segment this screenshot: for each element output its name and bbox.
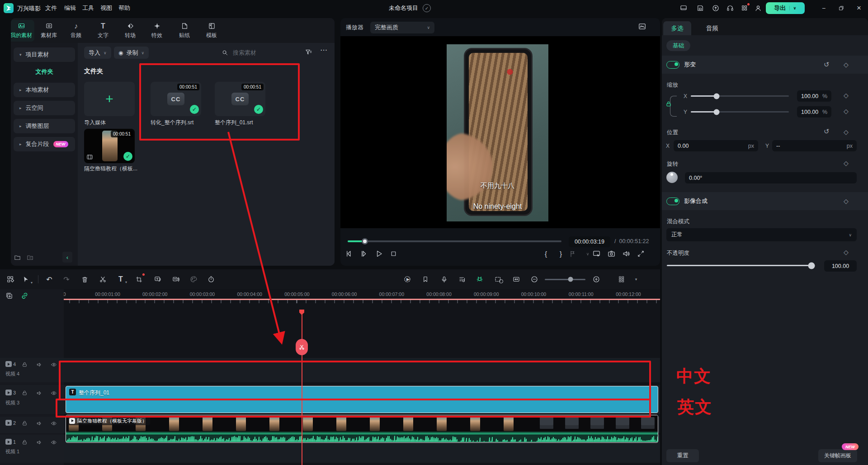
sidebar-item-compound-clip[interactable]: ▸复合片段NEW: [14, 137, 75, 151]
rotation-keyframe-icon[interactable]: ◇: [844, 160, 849, 167]
position-keyframe-icon[interactable]: ◇: [844, 128, 849, 136]
color-palette-icon[interactable]: [189, 274, 198, 284]
video-clip[interactable]: 隔空撸猫教程（横板无字幕版）: [66, 415, 658, 443]
sidebar-item-cloud[interactable]: ▸云空间: [14, 101, 75, 115]
marker-button[interactable]: [420, 274, 430, 284]
lock-track-icon[interactable]: [22, 390, 28, 396]
undo-icon[interactable]: ↶: [44, 274, 54, 284]
quick-split-mode-icon[interactable]: [5, 274, 15, 284]
voiceover-mic-button[interactable]: [439, 274, 449, 284]
text-to-speech-icon[interactable]: [171, 274, 181, 284]
lock-track-icon[interactable]: [22, 420, 28, 426]
mute-track-icon[interactable]: [36, 390, 42, 396]
zoom-out-button[interactable]: [529, 274, 539, 284]
video-file-tile[interactable]: 00:00:51 ✓: [84, 129, 135, 163]
scale-y-value[interactable]: 100.00%: [797, 106, 831, 117]
tab-effects[interactable]: 特效: [144, 20, 170, 42]
restore-button[interactable]: [837, 4, 846, 13]
opacity-value[interactable]: 100.00: [824, 260, 857, 272]
ghost-preview-button[interactable]: [493, 274, 503, 284]
playhead-marker[interactable]: [299, 310, 304, 315]
basic-category-badge[interactable]: 基础: [666, 40, 690, 51]
add-to-track-icon[interactable]: [5, 292, 13, 300]
more-options-icon[interactable]: ⋯: [320, 46, 327, 54]
save-icon[interactable]: [696, 4, 704, 12]
select-cursor-icon[interactable]: ▾: [21, 274, 31, 284]
scale-x-slider[interactable]: [691, 95, 789, 97]
track-manager-chevron[interactable]: ▾: [631, 274, 641, 284]
link-clips-icon[interactable]: [21, 292, 28, 300]
slider-handle[interactable]: [808, 262, 815, 269]
render-preview-icon[interactable]: [638, 22, 646, 31]
track-header-video2[interactable]: 2: [0, 417, 64, 433]
zoom-slider-handle[interactable]: [568, 277, 573, 282]
redo-icon[interactable]: ↷: [61, 274, 71, 284]
split-scissors-icon[interactable]: [98, 274, 108, 284]
slider-handle[interactable]: [714, 109, 720, 115]
mark-out-button[interactable]: }: [553, 250, 568, 258]
crop-icon[interactable]: [134, 274, 144, 284]
tab-audio[interactable]: ♪音频: [63, 20, 89, 42]
timeline-zoom-slider[interactable]: [545, 279, 585, 280]
mute-track-icon[interactable]: [36, 362, 42, 368]
scale-x-keyframe-icon[interactable]: ◇: [844, 92, 849, 99]
close-button[interactable]: ×: [854, 4, 863, 13]
fit-timeline-button[interactable]: [511, 274, 521, 284]
rotation-knob[interactable]: [666, 172, 678, 183]
snapshot-camera-button[interactable]: [607, 249, 622, 258]
mute-track-icon[interactable]: [36, 420, 42, 427]
sidebar-item-folder-selected[interactable]: 文件夹: [11, 68, 78, 76]
preview-canvas[interactable]: 不用九十八 No ninety-eight: [340, 36, 660, 228]
export-chevron-icon[interactable]: ∨: [789, 6, 796, 10]
blend-mode-dropdown[interactable]: 正常∨: [666, 228, 857, 241]
opacity-slider[interactable]: [667, 265, 815, 266]
progress-handle[interactable]: [362, 238, 368, 244]
quality-dropdown[interactable]: 完整画质∨: [370, 22, 434, 33]
slider-handle[interactable]: [714, 93, 720, 99]
marker-flag-button[interactable]: [568, 250, 583, 258]
collapse-sidebar-button[interactable]: ‹: [62, 252, 72, 263]
hide-track-icon[interactable]: [51, 439, 57, 446]
transform-keyframe-icon[interactable]: ◇: [844, 61, 849, 68]
tab-transitions[interactable]: 转场: [117, 20, 143, 42]
next-frame-button[interactable]: [360, 249, 375, 258]
lock-track-icon[interactable]: [22, 439, 28, 445]
tab-multiselect[interactable]: 多选: [663, 21, 691, 35]
zoom-in-button[interactable]: [591, 274, 601, 284]
scale-y-keyframe-icon[interactable]: ◇: [844, 108, 849, 115]
scale-y-slider[interactable]: [691, 111, 789, 113]
tab-audio-props[interactable]: 音频: [701, 21, 723, 35]
snap-magnet-button-active[interactable]: [475, 274, 485, 284]
rotation-input[interactable]: 0.00°: [685, 172, 857, 183]
play-button[interactable]: [375, 249, 390, 258]
minimize-button[interactable]: −: [819, 4, 828, 13]
delete-icon[interactable]: [80, 274, 90, 284]
sidebar-item-adjustment-layer[interactable]: ▸调整图层: [14, 119, 75, 133]
sidebar-item-project-media[interactable]: ▾项目素材: [14, 47, 75, 62]
tab-stock-media[interactable]: 素材库: [36, 20, 62, 42]
mark-in-button[interactable]: {: [538, 250, 553, 258]
previous-frame-button[interactable]: [345, 249, 360, 258]
scale-x-value[interactable]: 100.00%: [797, 90, 831, 102]
scale-lock-icon[interactable]: [665, 101, 672, 107]
playback-progress-bar[interactable]: [348, 240, 561, 242]
render-preview-button[interactable]: ▶: [402, 274, 412, 284]
compositing-keyframe-icon[interactable]: ◇: [844, 197, 849, 205]
sidebar-item-local-media[interactable]: ▸本地素材: [14, 83, 75, 97]
transform-toggle[interactable]: [666, 61, 679, 69]
account-icon[interactable]: [754, 4, 762, 12]
workspace-layout-icon[interactable]: [679, 4, 688, 12]
mute-track-icon[interactable]: [36, 439, 42, 446]
opacity-keyframe-icon[interactable]: ◇: [844, 249, 849, 256]
position-reset-icon[interactable]: ↺: [824, 127, 830, 136]
tab-templates[interactable]: 模板: [198, 20, 225, 42]
speech-to-text-icon[interactable]: [153, 274, 163, 284]
add-text-icon[interactable]: T▾: [116, 274, 126, 284]
mirror-display-button[interactable]: [592, 249, 607, 258]
new-folder-icon[interactable]: [14, 254, 21, 261]
delete-folder-icon[interactable]: [26, 254, 34, 261]
record-button[interactable]: ◉录制∨: [114, 47, 149, 59]
audio-mixer-button[interactable]: [457, 274, 467, 284]
menu-help[interactable]: 帮助: [113, 0, 136, 16]
import-media-tile[interactable]: +: [84, 82, 135, 116]
